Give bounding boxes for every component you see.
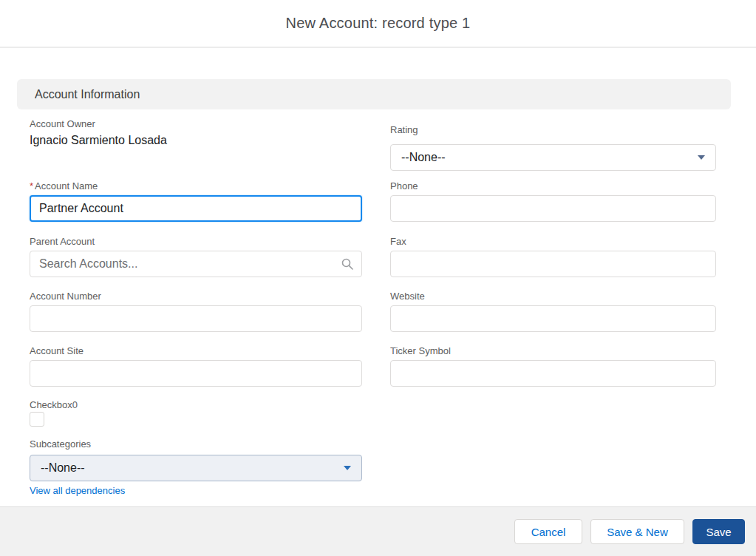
phone-input[interactable] [390,195,716,222]
field-account-site: Account Site [30,345,362,387]
account-number-label: Account Number [30,290,362,302]
account-site-input[interactable] [30,360,362,387]
field-website: Website [390,290,716,332]
save-and-new-button[interactable]: Save & New [590,519,684,544]
rating-value: --None-- [401,151,446,164]
account-site-label: Account Site [30,345,362,357]
account-number-input[interactable] [30,305,362,332]
ticker-symbol-label: Ticker Symbol [390,345,716,357]
fax-input[interactable] [390,251,716,277]
subcategories-value: --None-- [41,461,85,475]
subcategories-combobox[interactable]: --None-- [30,455,362,481]
checkbox0-checkbox[interactable] [30,412,44,427]
fax-label: Fax [390,235,716,248]
ticker-symbol-input[interactable] [390,360,716,387]
modal-header: New Account: record type 1 [0,0,756,48]
save-button[interactable]: Save [692,519,745,544]
website-label: Website [390,290,716,302]
parent-account-label: Parent Account [30,235,362,248]
section-header-account-information: Account Information [17,79,731,109]
required-asterisk: * [30,180,33,191]
cancel-button[interactable]: Cancel [514,519,582,544]
modal-footer: Cancel Save & New Save [0,506,756,556]
field-subcategories: Subcategories --None-- View all dependen… [30,438,362,497]
field-rating: Rating --None-- [390,123,716,171]
rating-label: Rating [390,123,716,136]
chevron-down-icon [344,466,351,470]
account-owner-value: Ignacio Sarmiento Losada [30,133,362,148]
phone-label: Phone [390,180,716,192]
website-input[interactable] [390,305,716,332]
field-ticker-symbol: Ticker Symbol [390,345,716,387]
field-fax: Fax [390,235,716,277]
field-account-name: *Account Name [30,180,362,222]
checkbox0-label: Checkbox0 [30,399,362,411]
new-account-modal: New Account: record type 1 Account Infor… [0,0,756,556]
account-name-label: *Account Name [30,180,362,192]
account-name-input[interactable] [30,195,362,222]
subcategories-label: Subcategories [30,438,362,450]
field-checkbox0: Checkbox0 [30,399,362,427]
account-owner-label: Account Owner [30,118,362,130]
field-parent-account: Parent Account [30,235,362,277]
modal-title: New Account: record type 1 [286,15,471,32]
rating-combobox[interactable]: --None-- [390,144,716,171]
field-account-number: Account Number [30,290,362,332]
chevron-down-icon [698,155,705,160]
parent-account-lookup-input[interactable] [30,251,362,277]
field-phone: Phone [390,180,716,222]
view-all-dependencies-link[interactable]: View all dependencies [30,485,125,496]
search-icon[interactable] [341,258,353,270]
field-account-owner: Account Owner Ignacio Sarmiento Losada [30,118,362,148]
section-title: Account Information [35,88,140,101]
